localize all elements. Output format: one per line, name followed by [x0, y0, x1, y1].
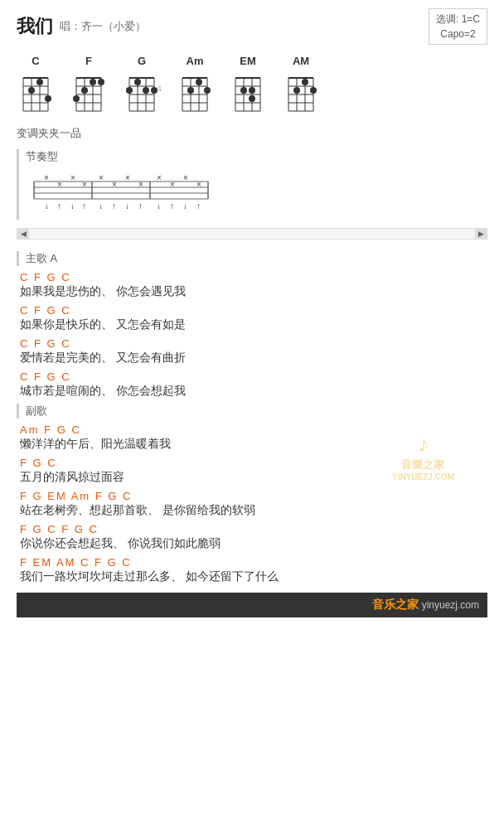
- title-area: 我们 唱：齐一（小爱）: [17, 14, 146, 39]
- svg-text:↓: ↓: [157, 201, 161, 211]
- key-line1: 选调: 1=C: [436, 12, 480, 27]
- footer-url: yinyuezj.com: [422, 599, 479, 611]
- lyric-line: 如果我是悲伤的、 你怎会遇见我: [17, 284, 487, 299]
- lyric-line: 你说你还会想起我、 你说我们如此脆弱: [17, 536, 487, 551]
- chord-line: C F G C: [17, 304, 487, 317]
- chord-line: Am F G C: [17, 424, 487, 436]
- lyric-line: 懒洋洋的午后、阳光温暖着我: [17, 437, 487, 452]
- svg-point-74: [310, 87, 317, 94]
- chord-am: Am: [176, 55, 214, 114]
- capo-text: 变调夹夹一品: [17, 126, 487, 141]
- singer-label: 唱：齐一（小爱）: [60, 19, 146, 34]
- svg-point-48: [196, 79, 202, 85]
- svg-point-36: [126, 87, 133, 94]
- lyric-line: 如果你是快乐的、 又怎会有如是: [17, 317, 487, 332]
- svg-text:↓: ↓: [183, 201, 187, 211]
- svg-point-73: [293, 87, 300, 94]
- chord-g: G ②: [123, 55, 161, 114]
- svg-text:↓: ↓: [125, 201, 129, 211]
- lyric-line: 我们一路坎坷坎坷走过那么多、 如今还留下了什么: [17, 569, 487, 584]
- singer-name: 齐一（小爱）: [81, 20, 146, 32]
- chord-line: F G C: [17, 457, 487, 469]
- footer-logo: 音乐之家: [372, 598, 419, 612]
- chord-am-upper: AM: [282, 55, 320, 114]
- chord-diagram-g: ②: [123, 71, 161, 114]
- svg-text:×: ×: [157, 173, 162, 182]
- svg-point-11: [45, 95, 51, 102]
- chords-row: C F: [17, 55, 487, 114]
- svg-text:×: ×: [138, 180, 143, 189]
- rhythm-area: × × × × × × × × × × × × ↓ ↑ ↓ ↑ ↓ ↑ ↓ ↑: [26, 169, 487, 220]
- chord-f: F: [70, 55, 108, 114]
- svg-text:×: ×: [99, 173, 104, 182]
- svg-point-50: [204, 87, 211, 94]
- page-container: 我们 唱：齐一（小爱） 选调: 1=C Capo=2 C: [0, 0, 504, 634]
- header: 我们 唱：齐一（小爱） 选调: 1=C Capo=2: [17, 8, 487, 45]
- lyric-line: 爱情若是完美的、 又怎会有曲折: [17, 351, 487, 366]
- key-line2: Capo=2: [436, 27, 480, 41]
- svg-text:↓: ↓: [99, 201, 103, 211]
- svg-text:↑: ↑: [112, 201, 116, 211]
- svg-text:↑: ↑: [196, 201, 201, 211]
- svg-text:↓: ↓: [45, 201, 49, 211]
- svg-point-60: [249, 95, 255, 102]
- key-box: 选调: 1=C Capo=2: [429, 8, 487, 45]
- svg-text:×: ×: [44, 173, 49, 182]
- chord-line: C F G C: [17, 370, 487, 383]
- chord-line: C F G C: [17, 271, 487, 283]
- svg-point-9: [36, 79, 43, 85]
- chord-diagram-c: [17, 71, 55, 114]
- singer-prefix: 唱：: [60, 20, 81, 32]
- svg-point-62: [249, 87, 255, 94]
- lyric-line: 站在老树旁、想起那首歌、 是你留给我的软弱: [17, 503, 487, 518]
- chord-em: EM: [229, 55, 267, 114]
- footer-bar: 音乐之家 yinyuezj.com: [17, 593, 487, 617]
- svg-point-22: [98, 79, 104, 85]
- svg-text:×: ×: [183, 173, 188, 182]
- svg-text:↓: ↓: [70, 201, 75, 211]
- svg-point-37: [143, 87, 149, 94]
- svg-text:↑: ↑: [138, 201, 143, 211]
- svg-point-49: [187, 87, 194, 94]
- svg-text:×: ×: [82, 180, 87, 189]
- svg-point-21: [90, 79, 96, 85]
- lyric-line: 五月的清风掠过面容: [17, 470, 487, 485]
- svg-point-38: [151, 87, 158, 94]
- svg-text:×: ×: [112, 180, 117, 189]
- chord-line: C F G C: [17, 337, 487, 350]
- svg-text:×: ×: [196, 180, 201, 189]
- svg-text:×: ×: [125, 173, 130, 182]
- scroll-track: [29, 229, 475, 239]
- section-title: 副歌: [17, 404, 487, 419]
- scroll-right-arrow[interactable]: ▶: [475, 228, 487, 240]
- rhythm-svg: × × × × × × × × × × × × ↓ ↑ ↓ ↑ ↓ ↑ ↓ ↑: [26, 169, 216, 217]
- lyrics-container: 主歌 AC F G C如果我是悲伤的、 你怎会遇见我C F G C如果你是快乐的…: [17, 251, 487, 584]
- chord-line: F EM AM C F G C: [17, 556, 487, 569]
- svg-text:×: ×: [57, 180, 62, 189]
- lyrics-section: 副歌 Am F G C懒洋洋的午后、阳光温暖着我 F G C五月的清风掠过面容F…: [17, 404, 487, 584]
- svg-text:↑: ↑: [170, 201, 174, 211]
- svg-point-23: [81, 87, 88, 94]
- lyrics-section: 主歌 AC F G C如果我是悲伤的、 你怎会遇见我C F G C如果你是快乐的…: [17, 251, 487, 399]
- svg-point-72: [302, 79, 308, 85]
- lyric-line: 城市若是喧闹的、 你怎会想起我: [17, 384, 487, 399]
- chord-line: F G C F G C: [17, 523, 487, 535]
- scroll-bar[interactable]: ◀ ▶: [17, 228, 487, 240]
- chord-line: F G EM Am F G C: [17, 490, 487, 502]
- svg-point-10: [28, 87, 35, 94]
- svg-text:×: ×: [70, 173, 75, 182]
- svg-text:↑: ↑: [57, 201, 61, 211]
- chord-diagram-f: [70, 71, 108, 114]
- svg-point-35: [134, 79, 141, 85]
- section-title: 主歌 A: [17, 251, 487, 266]
- chord-diagram-em: [229, 71, 267, 114]
- svg-text:×: ×: [170, 180, 175, 189]
- svg-text:↑: ↑: [82, 201, 86, 211]
- chord-diagram-am-upper: [282, 71, 320, 114]
- scroll-left-arrow[interactable]: ◀: [17, 228, 29, 240]
- chord-diagram-am: [176, 71, 214, 114]
- svg-text:②: ②: [158, 85, 161, 93]
- song-title: 我们: [17, 14, 53, 39]
- rhythm-label: 节奏型: [26, 149, 487, 164]
- svg-point-61: [240, 87, 247, 94]
